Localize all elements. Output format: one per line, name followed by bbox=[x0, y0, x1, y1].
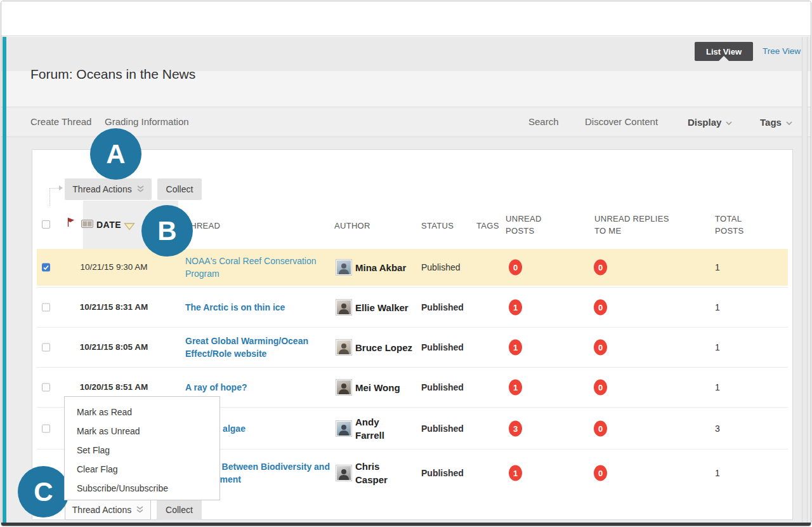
menu-item-mark-as-read[interactable]: Mark as Read bbox=[65, 403, 219, 422]
menu-item-mark-as-unread[interactable]: Mark as Unread bbox=[65, 422, 219, 441]
search-button[interactable]: Search bbox=[528, 116, 559, 127]
scrollbar[interactable] bbox=[802, 37, 808, 523]
column-header-unread-replies[interactable]: UNREAD REPLIES TO ME bbox=[594, 213, 674, 237]
row-checkbox-checked[interactable] bbox=[42, 264, 50, 272]
collect-label: Collect bbox=[166, 184, 193, 194]
annotation-circle-a: A bbox=[90, 128, 141, 180]
row-checkbox[interactable] bbox=[42, 304, 50, 312]
chevron-down-icon bbox=[786, 116, 792, 127]
avatar bbox=[336, 379, 352, 396]
tab-list-view[interactable]: List View bbox=[695, 42, 753, 61]
menu-item-clear-flag[interactable]: Clear Flag bbox=[65, 460, 219, 479]
column-header-author[interactable]: AUTHOR bbox=[334, 220, 370, 232]
thread-actions-button-top[interactable]: Thread Actions bbox=[65, 178, 152, 200]
column-header-tags[interactable]: TAGS bbox=[476, 220, 499, 232]
display-label: Display bbox=[688, 117, 721, 128]
row-checkbox[interactable] bbox=[42, 384, 50, 392]
column-header-unread-posts[interactable]: UNREAD POSTS bbox=[506, 213, 551, 237]
unread-posts-badge: 1 bbox=[509, 300, 522, 316]
thread-actions-label: Thread Actions bbox=[72, 505, 131, 515]
indent-arrow-icon bbox=[49, 188, 59, 206]
header-band bbox=[1, 37, 811, 71]
thread-date: 10/20/15 8:51 AM bbox=[77, 381, 150, 394]
avatar bbox=[336, 420, 352, 437]
menu-item-subscribe-unsubscribe[interactable]: Subscribe/Unsubscribe bbox=[65, 479, 219, 498]
column-header-total-posts[interactable]: TOTAL POSTS bbox=[715, 213, 753, 237]
column-header-status[interactable]: STATUS bbox=[421, 220, 454, 232]
thread-status: Published bbox=[421, 468, 464, 478]
unread-posts-badge: 1 bbox=[509, 340, 522, 356]
total-posts: 1 bbox=[708, 342, 727, 352]
thread-author[interactable]: Mina Akbar bbox=[355, 261, 421, 274]
thread-status: Published bbox=[421, 382, 464, 392]
display-dropdown[interactable]: Display bbox=[688, 116, 732, 128]
collect-button-bottom[interactable]: Collect bbox=[157, 499, 202, 520]
row-checkbox[interactable] bbox=[42, 344, 50, 352]
unread-posts-badge: 0 bbox=[509, 260, 522, 276]
total-posts: 3 bbox=[708, 424, 727, 434]
discover-content-button[interactable]: Discover Content bbox=[585, 116, 658, 127]
double-chevron-icon bbox=[137, 184, 144, 194]
table-row: 10/21/15 8:31 AM The Arctic is on thin i… bbox=[37, 287, 788, 327]
row-checkbox[interactable] bbox=[42, 424, 50, 432]
menu-item-set-flag[interactable]: Set Flag bbox=[65, 441, 219, 460]
unread-posts-badge: 3 bbox=[509, 420, 522, 436]
unread-posts-badge: 1 bbox=[509, 380, 522, 396]
table-row: 10/21/15 9:30 AM NOAA's Coral Reef Conse… bbox=[37, 249, 788, 286]
list-view-label: List View bbox=[706, 47, 742, 57]
thread-link[interactable]: A ray of hope? bbox=[185, 381, 330, 394]
chevron-down-icon bbox=[726, 116, 732, 127]
avatar bbox=[336, 339, 352, 356]
thread-status: Published bbox=[421, 262, 461, 272]
double-chevron-icon bbox=[136, 505, 143, 515]
annotation-circle-b: B bbox=[141, 205, 193, 257]
total-posts: 1 bbox=[708, 302, 727, 312]
thread-status: Published bbox=[421, 302, 464, 312]
unread-replies-badge: 0 bbox=[594, 420, 607, 436]
flag-column-icon bbox=[67, 217, 75, 230]
thread-date: 10/21/15 8:05 AM bbox=[77, 341, 150, 354]
thread-status: Published bbox=[421, 424, 464, 434]
total-posts: 1 bbox=[708, 262, 727, 272]
unread-posts-badge: 1 bbox=[509, 465, 522, 481]
unread-replies-badge: 0 bbox=[594, 465, 607, 481]
grading-information-button[interactable]: Grading Information bbox=[105, 116, 189, 127]
sort-descending-icon[interactable] bbox=[124, 222, 135, 233]
thread-author[interactable]: Bruce Lopez bbox=[355, 341, 421, 354]
unread-replies-badge: 0 bbox=[594, 260, 607, 276]
avatar bbox=[336, 465, 352, 481]
column-header-date[interactable]: DATE bbox=[96, 219, 121, 231]
window-bottom-edge bbox=[1, 523, 811, 526]
create-thread-button[interactable]: Create Thread bbox=[30, 116, 91, 127]
thread-status: Published bbox=[421, 342, 464, 352]
thread-author[interactable]: Andy Farrell bbox=[355, 415, 391, 442]
thread-actions-button-bottom[interactable]: Thread Actions bbox=[65, 499, 151, 520]
select-all-checkbox[interactable] bbox=[42, 220, 50, 229]
read-status-column-icon bbox=[81, 219, 93, 230]
thread-link[interactable]: The Arctic is on thin ice bbox=[185, 301, 330, 314]
left-accent-stripe bbox=[3, 37, 6, 523]
thread-actions-label: Thread Actions bbox=[72, 184, 131, 194]
unread-replies-badge: 0 bbox=[594, 300, 607, 316]
avatar bbox=[336, 259, 352, 276]
thread-date: 10/21/15 9:30 AM bbox=[77, 261, 150, 274]
total-posts: 1 bbox=[708, 468, 727, 478]
thread-date: 10/21/15 8:31 AM bbox=[77, 301, 150, 314]
avatar bbox=[336, 299, 352, 316]
unread-replies-badge: 0 bbox=[594, 380, 607, 396]
collect-button-top[interactable]: Collect bbox=[157, 178, 202, 200]
thread-link[interactable]: Great Global Warming/Ocean Effect/Role w… bbox=[185, 335, 330, 360]
thread-author[interactable]: Mei Wong bbox=[355, 381, 421, 394]
app-window: Introduction to Oceanography Discussion … bbox=[1, 1, 811, 526]
thread-author[interactable]: Chris Casper bbox=[355, 460, 391, 486]
tags-label: Tags bbox=[760, 117, 782, 128]
annotation-circle-c: C bbox=[18, 466, 69, 517]
thread-author[interactable]: Ellie Walker bbox=[355, 301, 421, 314]
thread-link[interactable]: NOAA's Coral Reef Conservation Program bbox=[185, 255, 330, 280]
tab-tree-view[interactable]: Tree View bbox=[763, 46, 801, 56]
top-bar bbox=[1, 1, 811, 36]
table-row: 10/21/15 8:05 AM Great Global Warming/Oc… bbox=[37, 327, 788, 367]
thread-actions-menu: Mark as Read Mark as Unread Set Flag Cle… bbox=[64, 396, 220, 500]
collect-label: Collect bbox=[166, 505, 193, 515]
tags-dropdown[interactable]: Tags bbox=[760, 116, 792, 128]
